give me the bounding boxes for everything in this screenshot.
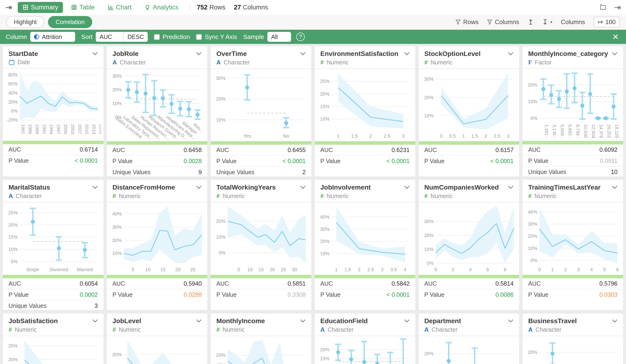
auc-row: AUC0.6714 xyxy=(3,144,104,155)
columns-count: 27Columns xyxy=(234,4,268,11)
column-type-label: Character xyxy=(431,326,457,333)
metric-label: P Value xyxy=(113,158,133,165)
column-card: MaritalStatusACharacter25%20%15%10%5%Sin… xyxy=(3,180,104,310)
metric-value: < 0.0001 xyxy=(387,291,410,298)
svg-text:20%: 20% xyxy=(424,95,433,100)
chevron-down-icon[interactable] xyxy=(612,319,618,323)
chevron-down-icon[interactable] xyxy=(196,319,202,323)
filter-icon xyxy=(455,19,461,25)
auc-row: AUC0.6231 xyxy=(315,145,415,155)
filter-rows-button[interactable]: Rows xyxy=(455,18,478,26)
correlation-button[interactable]: Correlation xyxy=(48,16,92,28)
chevron-down-icon[interactable] xyxy=(300,186,306,189)
p-value-row: P Value< 0.0001 xyxy=(315,289,415,300)
prediction-checkbox[interactable]: Prediction xyxy=(154,33,190,41)
column-chart: 80%60%40%20%0%-20%1981198519881991199419… xyxy=(3,68,104,139)
svg-text:1991: 1991 xyxy=(42,124,47,134)
tab-summary[interactable]: Summary xyxy=(18,2,63,13)
chevron-down-icon[interactable] xyxy=(196,52,202,55)
metric-value: 0.6157 xyxy=(496,147,513,153)
chevron-down-icon[interactable] xyxy=(92,52,98,55)
column-type-label: Character xyxy=(120,59,146,66)
chevron-down-icon[interactable] xyxy=(300,319,306,323)
metric-value: 0.6231 xyxy=(391,147,409,153)
help-icon[interactable]: ? xyxy=(296,33,305,41)
p-value-row: P Value< 0.0001 xyxy=(315,155,415,166)
tab-label: Table xyxy=(79,4,95,11)
chevron-down-icon[interactable] xyxy=(300,52,306,55)
svg-text:10: 10 xyxy=(247,267,252,272)
svg-text:1: 1 xyxy=(462,133,465,138)
significance-bar xyxy=(419,141,519,145)
svg-text:1.5: 1.5 xyxy=(471,133,478,138)
chevron-down-icon[interactable] xyxy=(508,319,513,323)
chevron-down-icon[interactable] xyxy=(612,186,618,189)
sync-y-axis-checkbox[interactable]: Sync Y Axis xyxy=(196,33,237,41)
metric-label: AUC xyxy=(113,280,125,287)
highlight-button[interactable]: Highlight xyxy=(6,16,44,28)
chevron-down-icon[interactable] xyxy=(92,319,98,323)
svg-text:20: 20 xyxy=(175,267,180,272)
metric-label: AUC xyxy=(424,280,437,287)
svg-text:10: 10 xyxy=(145,267,150,272)
tab-table[interactable]: Table xyxy=(66,2,100,13)
character-type-icon: A xyxy=(113,59,117,66)
target-column-select[interactable]: Attrition xyxy=(30,32,75,42)
filter-columns-button[interactable]: Columns xyxy=(487,18,519,26)
svg-text:30%: 30% xyxy=(320,227,330,232)
p-value-row: P Value< 0.0001 xyxy=(3,155,104,166)
column-card: OverTimeACharacter30%20%10%YesNoAUC0.645… xyxy=(211,46,311,177)
chevron-down-icon[interactable] xyxy=(404,319,410,323)
chevron-down-icon[interactable] xyxy=(404,186,410,189)
svg-text:10%: 10% xyxy=(424,113,433,118)
card-title: BusinessTravel xyxy=(528,317,577,325)
svg-text:4: 4 xyxy=(590,267,593,272)
chevron-down-icon[interactable] xyxy=(612,52,618,55)
numeric-type-icon: # xyxy=(320,59,324,66)
sample-select[interactable]: All xyxy=(267,32,291,42)
columns-limit-box[interactable]: ↦ 100 xyxy=(594,17,620,27)
svg-text:0: 0 xyxy=(434,267,437,272)
significance-bar xyxy=(3,275,104,278)
chevron-down-icon[interactable] xyxy=(92,186,98,189)
chevron-down-icon[interactable] xyxy=(196,186,202,189)
tab-chart[interactable]: Chart xyxy=(103,2,136,13)
sort-by-select[interactable]: AUC xyxy=(96,32,124,42)
column-chart-svg: 25%20%15%10%1234 xyxy=(5,336,101,364)
auc-row: AUC0.6455 xyxy=(211,145,311,155)
metric-value: 0.5940 xyxy=(184,280,202,287)
svg-text:25%: 25% xyxy=(8,343,18,348)
svg-text:20%: 20% xyxy=(112,238,122,243)
numeric-type-icon: # xyxy=(216,192,220,200)
svg-text:2: 2 xyxy=(358,267,360,272)
unique-values-row: Unique Values10 xyxy=(522,166,623,177)
collapse-panel-icon[interactable]: ⇥ xyxy=(5,2,12,12)
comment-icon[interactable] xyxy=(599,3,607,11)
significance-bar xyxy=(211,141,311,145)
card-title: OverTime xyxy=(216,50,250,58)
svg-text:1985: 1985 xyxy=(28,124,33,134)
close-icon[interactable]: ✕ xyxy=(611,32,621,41)
svg-text:20%: 20% xyxy=(216,96,226,101)
export-up-icon[interactable]: ↥ xyxy=(528,18,534,26)
svg-text:5: 5 xyxy=(603,267,606,272)
tab-analytics[interactable]: Analytics xyxy=(140,2,183,13)
svg-text:2013: 2013 xyxy=(91,124,96,134)
column-type-label: Numeric xyxy=(119,326,141,333)
columns-limit-label: Columns xyxy=(561,18,585,26)
column-chart-svg: 20%10%0%1,261 - 33,135 - 55,009 - 66,882… xyxy=(525,69,621,139)
expand-panel-icon[interactable]: ⇥ xyxy=(614,2,621,12)
column-card: JobInvolvement#Numeric40%30%20%10%11.522… xyxy=(315,180,415,310)
numeric-type-icon: # xyxy=(424,59,428,66)
chevron-down-icon[interactable] xyxy=(404,52,410,55)
svg-text:1981: 1981 xyxy=(21,124,26,134)
factor-type-icon: F xyxy=(528,59,532,66)
map-to-icon: ↦ xyxy=(598,18,603,26)
download-menu-icon[interactable]: ↧▾ xyxy=(542,18,552,26)
svg-text:3: 3 xyxy=(577,267,580,272)
svg-text:3.5: 3.5 xyxy=(390,267,397,272)
sort-direction-select[interactable]: DESC xyxy=(124,32,148,42)
chevron-down-icon[interactable] xyxy=(508,186,513,189)
chevron-down-icon[interactable] xyxy=(508,52,513,55)
svg-text:10%: 10% xyxy=(320,251,330,256)
